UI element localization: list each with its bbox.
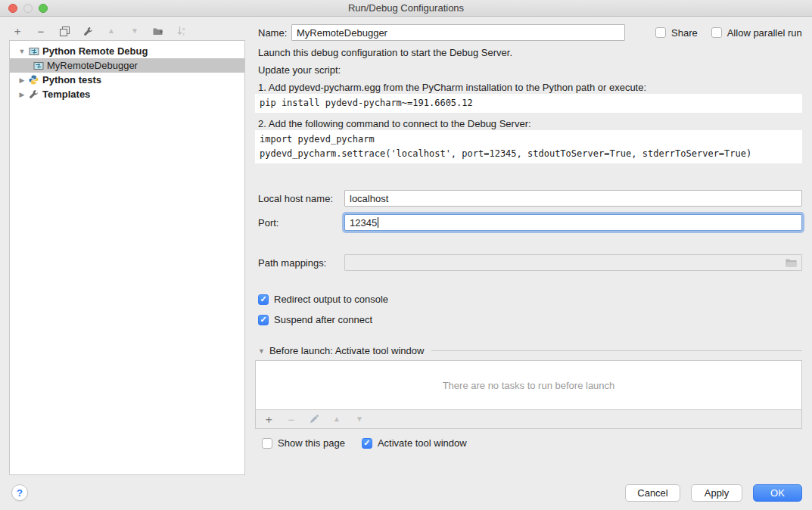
add-configuration-icon[interactable]: ＋ (11, 24, 24, 38)
name-input[interactable]: MyRemoteDebugger (291, 24, 625, 41)
before-launch-task-list[interactable]: There are no tasks to run before launch (255, 360, 802, 410)
local-host-input[interactable]: localhost (344, 190, 802, 207)
tree-item-templates[interactable]: ▶ Templates (10, 87, 244, 101)
name-value: MyRemoteDebugger (297, 27, 387, 39)
move-up-icon[interactable]: ▲ (104, 24, 118, 38)
local-host-label: Local host name: (258, 193, 344, 204)
show-this-page-checkbox-box[interactable] (262, 438, 272, 449)
port-value: 12345 (350, 217, 377, 229)
before-launch-title: Before launch: Activate tool window (269, 345, 425, 356)
remote-debug-config-icon (33, 61, 44, 71)
no-tasks-message: There are no tasks to run before launch (443, 380, 615, 391)
share-checkbox-box[interactable] (655, 27, 666, 38)
move-task-up-icon[interactable]: ▲ (330, 412, 344, 426)
ok-button[interactable]: OK (753, 484, 802, 502)
move-task-down-icon[interactable]: ▼ (353, 412, 366, 426)
collapse-caret-icon[interactable]: ▼ (258, 347, 265, 355)
help-button[interactable]: ? (11, 484, 28, 501)
dialog-buttons: Cancel Apply OK (625, 484, 802, 502)
step-1-text: 1. Add pydevd-pycharm.egg from the PyCha… (258, 82, 646, 93)
remove-task-icon[interactable]: − (285, 412, 298, 426)
browse-folder-icon[interactable] (786, 258, 797, 267)
settrace-code-line-2: pydevd_pycharm.settrace('localhost', por… (260, 148, 751, 159)
path-mappings-label: Path mappings: (258, 257, 344, 269)
redirect-output-label: Redirect output to console (274, 294, 388, 305)
path-mappings-input[interactable] (344, 254, 802, 271)
show-this-page-checkbox[interactable]: Show this page (262, 437, 345, 449)
sort-alphabetically-icon[interactable]: az (175, 24, 188, 38)
run-debug-configurations-dialog: Run/Debug Configurations ＋ − ▲ ▼ az ▼ Py… (0, 0, 812, 510)
activate-tool-window-checkbox-box[interactable]: ✓ (362, 438, 372, 449)
edit-task-pencil-icon[interactable] (307, 412, 321, 426)
python-icon (28, 75, 39, 86)
activate-tool-window-label: Activate tool window (378, 437, 467, 449)
edit-defaults-wrench-icon[interactable] (81, 24, 95, 38)
page-options-row: Show this page ✓ Activate tool window (262, 437, 467, 449)
local-host-value: localhost (350, 193, 388, 204)
minimize-window-button[interactable] (23, 4, 33, 13)
allow-parallel-run-label: Allow parallel run (727, 27, 802, 39)
suspend-after-connect-checkbox-box[interactable]: ✓ (258, 315, 269, 325)
traffic-lights (8, 4, 48, 13)
tree-item-label: Templates (42, 89, 90, 100)
collapse-caret-icon[interactable]: ▼ (16, 48, 28, 55)
path-mappings-row: Path mappings: (258, 254, 802, 271)
share-checkbox[interactable]: Share (655, 27, 698, 39)
settrace-code-line-1: import pydevd_pycharm (260, 134, 375, 145)
step-2-text: 2. Add the following command to connect … (258, 118, 531, 129)
share-checkbox-label: Share (671, 27, 698, 39)
before-launch-section-header[interactable]: ▼ Before launch: Activate tool window (258, 345, 802, 356)
tree-item-label: Python Remote Debug (42, 45, 148, 57)
redirect-output-checkbox-box[interactable]: ✓ (258, 294, 269, 305)
help-button-label: ? (17, 487, 23, 499)
allow-parallel-run-checkbox[interactable]: Allow parallel run (711, 27, 802, 39)
intro-line-1: Launch this debug configuration to start… (258, 47, 512, 58)
port-label: Port: (258, 217, 344, 229)
wrench-icon (28, 89, 39, 100)
new-folder-icon[interactable] (151, 24, 165, 38)
tree-item-python-tests[interactable]: ▶ Python tests (10, 73, 244, 87)
allow-parallel-run-checkbox-box[interactable] (711, 27, 722, 38)
copy-configuration-icon[interactable] (58, 24, 71, 38)
tree-item-label: Python tests (42, 74, 101, 86)
name-label: Name: (258, 27, 291, 39)
pip-install-code: pip install pydevd-pycharm~=191.6605.12 (255, 94, 802, 113)
tree-item-python-remote-debug[interactable]: ▼ Python Remote Debug (10, 44, 244, 58)
cancel-button[interactable]: Cancel (625, 484, 680, 502)
expand-caret-icon[interactable]: ▶ (16, 76, 28, 84)
tree-item-myremotedebugger[interactable]: MyRemoteDebugger (10, 58, 244, 73)
move-down-icon[interactable]: ▼ (128, 24, 142, 38)
configurations-tree: ▼ Python Remote Debug MyRemoteDebugger ▶… (9, 40, 245, 475)
section-divider (431, 350, 802, 351)
show-this-page-label: Show this page (278, 437, 345, 449)
zoom-window-button[interactable] (39, 4, 48, 13)
suspend-after-connect-checkbox[interactable]: ✓ Suspend after connect (258, 314, 372, 325)
svg-text:a: a (182, 26, 185, 31)
local-host-row: Local host name: localhost (258, 190, 802, 207)
remote-debug-config-icon (28, 46, 39, 57)
port-input[interactable]: 12345 (344, 214, 802, 231)
activate-tool-window-checkbox[interactable]: ✓ Activate tool window (362, 437, 467, 449)
port-row: Port: 12345 (258, 214, 802, 231)
intro-line-2: Update your script: (258, 64, 341, 76)
expand-caret-icon[interactable]: ▶ (16, 91, 28, 98)
settrace-code: import pydevd_pycharmpydevd_pycharm.sett… (255, 130, 802, 163)
suspend-after-connect-label: Suspend after connect (274, 314, 372, 325)
apply-button[interactable]: Apply (691, 484, 742, 502)
tree-item-label: MyRemoteDebugger (47, 60, 138, 71)
remove-configuration-icon[interactable]: − (34, 24, 48, 38)
task-list-toolbar: ＋ − ▲ ▼ (255, 410, 802, 429)
svg-text:z: z (182, 32, 185, 36)
configuration-form: Name: MyRemoteDebugger Share Allow paral… (255, 0, 802, 510)
text-cursor (378, 217, 378, 228)
name-row: Name: MyRemoteDebugger Share Allow paral… (258, 24, 802, 41)
add-task-icon[interactable]: ＋ (262, 412, 275, 426)
close-window-button[interactable] (8, 4, 17, 13)
configurations-toolbar: ＋ − ▲ ▼ az (11, 23, 188, 39)
redirect-output-checkbox[interactable]: ✓ Redirect output to console (258, 294, 388, 305)
